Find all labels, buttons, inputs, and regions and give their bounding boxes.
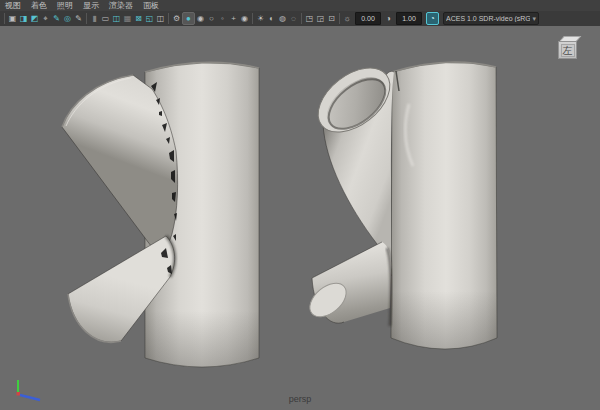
gamma-icon[interactable]: ◑ — [383, 12, 394, 25]
pan-zoom-icon[interactable]: ◎ — [62, 12, 73, 25]
hypergraph-pane-icon[interactable]: ◱ — [144, 12, 155, 25]
add-icon[interactable]: + — [228, 12, 239, 25]
view-transform-dropdown[interactable]: ACES 1.0 SDR-video (sRGB) ▾ — [443, 12, 539, 25]
viewcube-front-face[interactable]: 左 — [558, 41, 577, 59]
single-pane-icon[interactable]: ▮ — [89, 12, 100, 25]
persp-outliner-pane-icon[interactable]: ⊠ — [133, 12, 144, 25]
grease-pencil-icon[interactable]: ✎ — [73, 12, 84, 25]
menu-show[interactable]: 显示 — [78, 0, 104, 11]
viewcube[interactable]: 左 — [558, 36, 580, 62]
color-management-icon[interactable]: ◔ — [426, 12, 439, 25]
toolbar-icon-groups: ▣◨◩⌖✎◎✎▮▭◫▦⊠◱◫⚙●◉○◦+◉☀◐◍◌◳◲⊡ — [2, 12, 342, 25]
gear-icon[interactable]: ⚙ — [171, 12, 182, 25]
toolbar-separator — [168, 13, 169, 24]
select-camera-icon[interactable]: ▣ — [7, 12, 18, 25]
isolate-select-icon[interactable]: ◳ — [304, 12, 315, 25]
ambient-occlusion-icon[interactable]: ◍ — [277, 12, 288, 25]
exposure-field[interactable]: 0.00 — [355, 12, 381, 25]
axis-gizmo — [6, 376, 50, 406]
menu-lighting[interactable]: 照明 — [52, 0, 78, 11]
panel-toolbar: 视图着色照明显示渲染器面板 ▣◨◩⌖✎◎✎▮▭◫▦⊠◱◫⚙●◉○◦+◉☀◐◍◌◳… — [0, 0, 600, 26]
axis-z-line — [20, 395, 40, 400]
four-pane-icon[interactable]: ▦ — [122, 12, 133, 25]
toolbar-separator — [301, 13, 302, 24]
bookmark-icon[interactable]: ⌖ — [40, 12, 51, 25]
pane-outliner-icon[interactable]: ◫ — [111, 12, 122, 25]
viewport-3d[interactable]: 左 persp — [0, 26, 600, 410]
lights-icon[interactable]: ☀ — [255, 12, 266, 25]
view-transform-value: ACES 1.0 SDR-video (sRGB) — [446, 15, 530, 22]
toolbar-separator — [339, 13, 340, 24]
lock-camera-icon[interactable]: ◨ — [18, 12, 29, 25]
shadows-icon[interactable]: ◐ — [266, 12, 277, 25]
resolution-gate-icon[interactable]: ⊡ — [326, 12, 337, 25]
menu-panels[interactable]: 面板 — [138, 0, 164, 11]
two-pane-icon[interactable]: ▭ — [100, 12, 111, 25]
book-pane-icon[interactable]: ◫ — [155, 12, 166, 25]
gamma-field[interactable]: 1.00 — [396, 12, 422, 25]
menu-renderer[interactable]: 渲染器 — [104, 0, 138, 11]
field-chart-icon[interactable]: ◲ — [315, 12, 326, 25]
toolbar-separator — [86, 13, 87, 24]
toolbar-separator — [252, 13, 253, 24]
scene-render — [0, 26, 600, 410]
textured-icon[interactable]: ◉ — [195, 12, 206, 25]
menu-shading[interactable]: 着色 — [26, 0, 52, 11]
panel-menu-bar: 视图着色照明显示渲染器面板 — [0, 0, 600, 11]
smooth-shade-icon[interactable]: ● — [182, 12, 195, 25]
exposure-icon[interactable]: ☼ — [342, 12, 353, 25]
motion-blur-icon[interactable]: ◌ — [288, 12, 299, 25]
camera-attributes-icon[interactable]: ◩ — [29, 12, 40, 25]
image-plane-icon[interactable]: ✎ — [51, 12, 62, 25]
textured-placement-icon[interactable]: ◉ — [239, 12, 250, 25]
material-override-icon[interactable]: ◦ — [217, 12, 228, 25]
camera-label: persp — [289, 394, 312, 404]
toolbar-separator — [4, 13, 5, 24]
panel-icon-bar: ▣◨◩⌖✎◎✎▮▭◫▦⊠◱◫⚙●◉○◦+◉☀◐◍◌◳◲⊡ ☼ 0.00 ◑ 1.… — [0, 11, 600, 26]
viewcube-face-label: 左 — [561, 44, 575, 57]
menu-view[interactable]: 视图 — [0, 0, 26, 11]
viewcube-top-face[interactable] — [560, 36, 582, 41]
chevron-down-icon: ▾ — [532, 15, 536, 23]
axis-x-marker — [17, 392, 21, 396]
default-material-icon[interactable]: ○ — [206, 12, 217, 25]
